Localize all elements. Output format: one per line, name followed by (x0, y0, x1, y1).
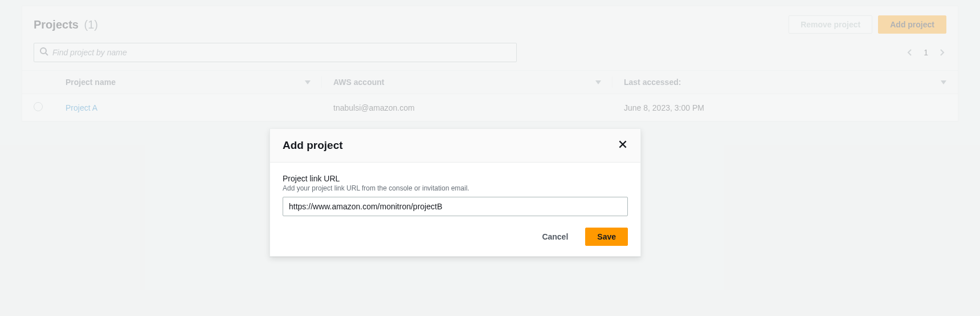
row-last-accessed: June 8, 2023, 3:00 PM (612, 94, 958, 121)
svg-marker-4 (941, 80, 946, 84)
radio-icon[interactable] (34, 102, 43, 111)
search-input[interactable] (34, 43, 517, 62)
modal-title: Add project (283, 139, 343, 152)
cancel-button[interactable]: Cancel (530, 228, 579, 246)
pagination: 1 (905, 48, 946, 57)
search-wrap (34, 43, 517, 62)
search-icon (39, 47, 48, 58)
modal-body: Project link URL Add your project link U… (270, 163, 640, 220)
remove-project-button[interactable]: Remove project (789, 15, 872, 34)
row-account: tnabulsi@amazon.com (322, 94, 612, 121)
sort-caret-icon (595, 78, 601, 87)
project-url-input[interactable] (283, 197, 628, 216)
page-title-text: Projects (34, 18, 79, 31)
add-project-button[interactable]: Add project (878, 15, 946, 34)
svg-marker-3 (595, 80, 601, 84)
project-url-hint: Add your project link URL from the conso… (283, 184, 628, 192)
panel-header: Projects (1) Remove project Add project (22, 6, 958, 43)
page-title: Projects (1) (34, 18, 98, 31)
projects-panel: Projects (1) Remove project Add project … (22, 6, 958, 122)
column-project-name[interactable]: Project name (54, 71, 322, 94)
pagination-prev-button[interactable] (905, 48, 914, 57)
column-last-accessed[interactable]: Last accessed: (612, 71, 958, 94)
project-url-label: Project link URL (283, 174, 628, 183)
svg-line-1 (46, 53, 48, 55)
modal-header: Add project (270, 129, 640, 163)
sort-caret-icon (941, 78, 946, 87)
modal-footer: Cancel Save (270, 220, 640, 256)
column-last-accessed-label: Last accessed: (624, 78, 681, 87)
column-aws-account-label: AWS account (333, 78, 384, 87)
sort-caret-icon (305, 78, 311, 87)
svg-marker-2 (305, 80, 311, 84)
projects-table: Project name AWS account Last accessed: (22, 70, 958, 121)
column-select (22, 71, 54, 94)
pagination-page-number: 1 (924, 48, 928, 57)
project-name-link[interactable]: Project A (66, 103, 97, 112)
panel-tools: 1 (22, 43, 958, 70)
add-project-modal: Add project Project link URL Add your pr… (270, 128, 641, 257)
table-row[interactable]: Project A tnabulsi@amazon.com June 8, 20… (22, 94, 958, 121)
save-button[interactable]: Save (585, 228, 628, 246)
row-select[interactable] (22, 94, 54, 121)
pagination-next-button[interactable] (937, 48, 946, 57)
column-project-name-label: Project name (66, 78, 116, 87)
svg-point-0 (40, 48, 46, 54)
column-aws-account[interactable]: AWS account (322, 71, 612, 94)
project-count: (1) (84, 18, 98, 31)
close-icon[interactable] (618, 139, 628, 152)
